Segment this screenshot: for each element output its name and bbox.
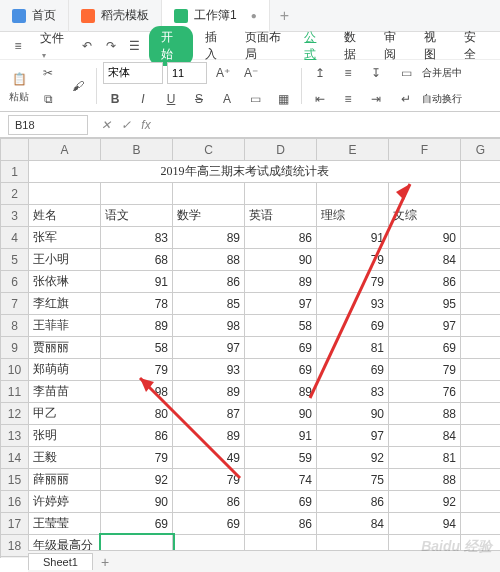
font-family-select[interactable] [103, 62, 163, 84]
row-header[interactable]: 5 [1, 249, 29, 271]
cell-value[interactable]: 89 [173, 425, 245, 447]
cell-value[interactable]: 86 [245, 227, 317, 249]
cell-value[interactable]: 59 [245, 447, 317, 469]
cell-value[interactable]: 90 [245, 403, 317, 425]
row-header[interactable]: 13 [1, 425, 29, 447]
table-title[interactable]: 2019年高三期末考试成绩统计表 [29, 161, 461, 183]
col-header[interactable]: F [389, 139, 461, 161]
row-header[interactable]: 2 [1, 183, 29, 205]
redo-icon[interactable]: ↷ [101, 34, 121, 58]
row-header[interactable]: 1 [1, 161, 29, 183]
cell-value[interactable]: 76 [389, 381, 461, 403]
cell-value[interactable]: 79 [317, 271, 389, 293]
tab-add[interactable]: + [270, 7, 299, 25]
align-middle-icon[interactable]: ≡ [336, 61, 360, 85]
row-header[interactable]: 19 [1, 557, 29, 559]
hdr-english[interactable]: 英语 [245, 205, 317, 227]
cell[interactable] [461, 359, 501, 381]
cell[interactable] [101, 183, 173, 205]
confirm-icon[interactable]: ✓ [116, 115, 136, 135]
save-icon[interactable]: ☰ [125, 34, 145, 58]
cell-value[interactable]: 58 [245, 315, 317, 337]
cell[interactable] [461, 425, 501, 447]
row-header[interactable]: 14 [1, 447, 29, 469]
cell-name[interactable]: 郑萌萌 [29, 359, 101, 381]
cell-value[interactable]: 91 [317, 227, 389, 249]
cell-value[interactable]: 79 [101, 447, 173, 469]
strike-button[interactable]: S [187, 87, 211, 111]
cell-value[interactable]: 88 [389, 469, 461, 491]
cell-value[interactable]: 69 [245, 491, 317, 513]
hdr-arts[interactable]: 文综 [389, 205, 461, 227]
row-header[interactable]: 17 [1, 513, 29, 535]
cell-value[interactable]: 86 [173, 491, 245, 513]
cell-value[interactable]: 91 [245, 425, 317, 447]
cell-value[interactable]: 75 [317, 469, 389, 491]
cell-value[interactable]: 81 [317, 337, 389, 359]
cell-value[interactable]: 90 [245, 249, 317, 271]
format-painter-icon[interactable]: 🖌 [66, 74, 90, 98]
cell-name[interactable]: 李苗苗 [29, 381, 101, 403]
cell[interactable] [461, 271, 501, 293]
bold-button[interactable]: B [103, 87, 127, 111]
cell-name[interactable]: 许婷婷 [29, 491, 101, 513]
row-header[interactable]: 16 [1, 491, 29, 513]
cell-value[interactable]: 84 [389, 425, 461, 447]
row-header[interactable]: 11 [1, 381, 29, 403]
cell-value[interactable]: 81 [389, 447, 461, 469]
cell-value[interactable]: 86 [173, 271, 245, 293]
cell-value[interactable]: 69 [317, 359, 389, 381]
row-header[interactable]: 18 [1, 535, 29, 557]
cell-value[interactable]: 88 [389, 403, 461, 425]
cell-value[interactable]: 83 [101, 227, 173, 249]
cell[interactable] [173, 183, 245, 205]
row-header[interactable]: 12 [1, 403, 29, 425]
cell-value[interactable]: 97 [173, 337, 245, 359]
sheet-tab[interactable]: Sheet1 [28, 553, 93, 570]
cell[interactable] [461, 381, 501, 403]
cancel-icon[interactable]: ✕ [96, 115, 116, 135]
row-header[interactable]: 7 [1, 293, 29, 315]
select-all-corner[interactable] [1, 139, 29, 161]
cell-value[interactable]: 89 [173, 381, 245, 403]
cell-name[interactable]: 贾丽丽 [29, 337, 101, 359]
cell-value[interactable]: 85 [173, 293, 245, 315]
col-header[interactable]: C [173, 139, 245, 161]
cell-value[interactable]: 79 [389, 359, 461, 381]
cell-value[interactable]: 97 [389, 315, 461, 337]
cell[interactable] [461, 293, 501, 315]
cell-value[interactable]: 79 [317, 249, 389, 271]
cell[interactable] [317, 183, 389, 205]
increase-font-icon[interactable]: A⁺ [211, 61, 235, 85]
cell[interactable] [461, 337, 501, 359]
font-color-icon[interactable]: A [215, 87, 239, 111]
cell-value[interactable]: 84 [317, 513, 389, 535]
cell-value[interactable]: 68 [101, 249, 173, 271]
cell-value[interactable]: 69 [101, 513, 173, 535]
cell-value[interactable]: 49 [173, 447, 245, 469]
cell-value[interactable]: 98 [173, 315, 245, 337]
cell-reference[interactable]: B18 [8, 115, 88, 135]
cell-value[interactable]: 93 [317, 293, 389, 315]
cell-value[interactable]: 90 [101, 491, 173, 513]
cell[interactable] [461, 161, 501, 183]
hdr-math[interactable]: 数学 [173, 205, 245, 227]
cell-name[interactable]: 王毅 [29, 447, 101, 469]
cell-value[interactable]: 98 [101, 381, 173, 403]
cell-name[interactable]: 甲乙 [29, 403, 101, 425]
wrap-icon[interactable]: ↵ [394, 87, 418, 111]
cell[interactable] [29, 183, 101, 205]
row-header[interactable]: 3 [1, 205, 29, 227]
col-header[interactable]: D [245, 139, 317, 161]
cell-value[interactable]: 69 [245, 359, 317, 381]
align-top-icon[interactable]: ↥ [308, 61, 332, 85]
cell-name[interactable]: 王菲菲 [29, 315, 101, 337]
cell-value[interactable]: 79 [101, 359, 173, 381]
cell-name[interactable]: 张依琳 [29, 271, 101, 293]
cell-name[interactable]: 王小明 [29, 249, 101, 271]
cell[interactable] [461, 513, 501, 535]
cell-value[interactable]: 79 [173, 469, 245, 491]
cell[interactable] [245, 183, 317, 205]
cell-value[interactable]: 89 [245, 271, 317, 293]
cell-name[interactable]: 李红旗 [29, 293, 101, 315]
